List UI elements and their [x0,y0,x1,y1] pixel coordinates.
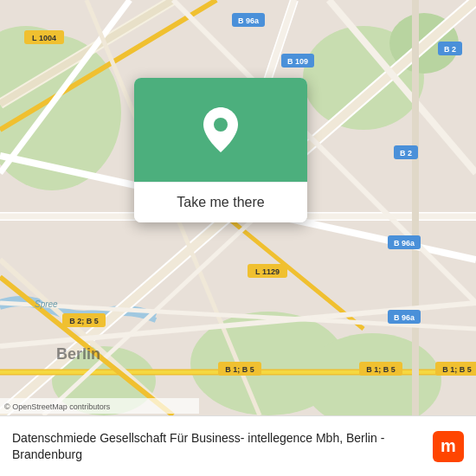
svg-text:B 2; B 5: B 2; B 5 [69,317,99,325]
svg-text:B 1; B 5: B 1; B 5 [225,365,254,374]
moovit-logo: m [433,431,464,462]
svg-text:B 1; B 5: B 1; B 5 [442,365,472,374]
svg-point-59 [214,118,228,132]
map-container: L 1004 B 96a B 109 B 2 B 2 B 96a B 96a L… [0,0,476,415]
svg-text:Spree: Spree [35,299,58,309]
svg-text:B 96a: B 96a [238,16,260,25]
svg-text:B 96a: B 96a [394,313,415,322]
svg-text:B 1; B 5: B 1; B 5 [366,365,396,374]
popup-card: Take me there [134,78,307,222]
svg-text:B 109: B 109 [287,57,308,66]
svg-text:B 96a: B 96a [394,239,415,248]
svg-text:L 1129: L 1129 [255,267,280,276]
location-pin [203,107,238,152]
business-name: Datenschmiede Gesellschaft Für Business-… [12,430,433,461]
business-info: Datenschmiede Gesellschaft Für Business-… [12,430,433,461]
popup-map-area [134,78,307,182]
take-me-there-button[interactable]: Take me there [134,182,307,222]
moovit-icon: m [433,431,464,462]
svg-text:© OpenStreetMap contributors: © OpenStreetMap contributors [4,402,111,411]
bottom-bar: Datenschmiede Gesellschaft Für Business-… [0,415,476,476]
svg-text:B 2: B 2 [400,149,412,158]
svg-text:L 1004: L 1004 [32,34,56,42]
svg-text:B 2: B 2 [444,45,456,54]
svg-text:Berlin: Berlin [56,345,100,363]
